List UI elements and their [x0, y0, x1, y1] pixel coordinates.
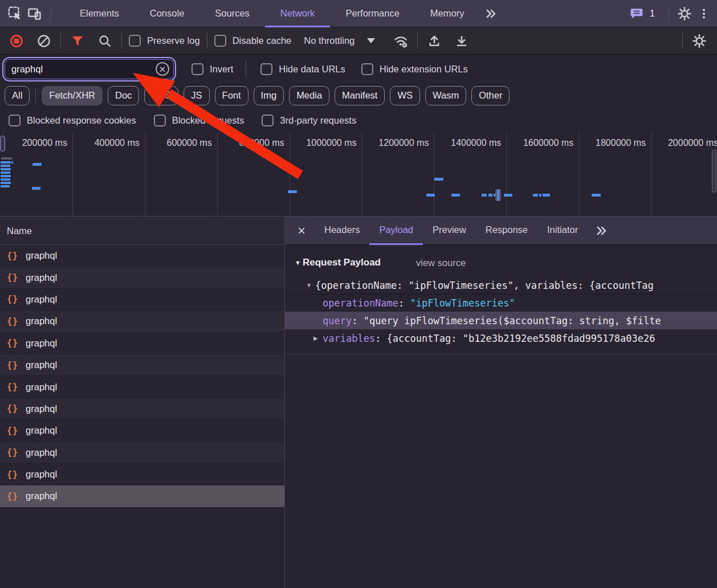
chip-media[interactable]: Media: [289, 86, 329, 105]
payload-row-query[interactable]: query: "query ipFlowTimeseries($accountT…: [285, 312, 717, 329]
network-conditions-icon[interactable]: [391, 31, 410, 51]
detail-tab-response[interactable]: Response: [476, 217, 537, 245]
timeline-overview[interactable]: 200000 ms400000 ms600000 ms800000 ms1000…: [0, 133, 717, 217]
3rd-party-requests-checkbox[interactable]: 3rd-party requests: [262, 115, 356, 126]
filter-row: ✕ Invert Hide data URLs Hide extension U…: [0, 55, 717, 83]
network-toolbar: Preserve log Disable cache No throttling: [0, 27, 717, 55]
network-settings-gear-icon[interactable]: [690, 31, 709, 51]
tick-label: 1000000 ms: [306, 138, 356, 148]
request-name: graphql: [26, 469, 57, 480]
chip-img[interactable]: Img: [254, 86, 284, 105]
throttling-select[interactable]: No throttling: [304, 35, 375, 46]
network-filter-input[interactable]: [5, 59, 174, 79]
request-bar: [288, 190, 297, 193]
divider: [285, 354, 717, 354]
chip-other[interactable]: Other: [471, 86, 510, 105]
request-row[interactable]: {}graphql: [0, 376, 284, 398]
blocked-requests-checkbox[interactable]: Blocked requests: [154, 115, 245, 126]
checkbox[interactable]: [192, 63, 203, 75]
chip-css[interactable]: CSS: [144, 86, 178, 105]
invert-checkbox[interactable]: Invert: [192, 63, 233, 75]
checkbox[interactable]: [214, 35, 226, 47]
request-bar: [1, 185, 10, 187]
inspect-element-icon[interactable]: [6, 4, 25, 23]
payload-row-variables[interactable]: ▶ variables: {accountTag: "b12e3b2192ee5…: [285, 329, 717, 347]
fetch-xhr-icon: {}: [7, 360, 18, 370]
kebab-menu-icon[interactable]: [694, 4, 714, 23]
request-name: graphql: [26, 360, 57, 370]
checkbox[interactable]: [129, 35, 141, 47]
tick-label: 800000 ms: [239, 138, 284, 148]
request-row[interactable]: {}graphql: [0, 311, 284, 332]
collapse-triangle-icon[interactable]: ▼: [295, 259, 303, 266]
clear-filter-icon[interactable]: ✕: [156, 62, 169, 76]
filter-icon[interactable]: [68, 31, 87, 51]
chip-doc[interactable]: Doc: [108, 86, 139, 105]
hide-extension-urls-checkbox[interactable]: Hide extension URLs: [361, 63, 468, 75]
tick-label: 1800000 ms: [596, 138, 646, 148]
record-network-log-icon[interactable]: [7, 31, 26, 51]
request-row[interactable]: {}graphql: [0, 354, 284, 376]
request-row[interactable]: {}graphql: [0, 267, 284, 288]
request-row[interactable]: {}graphql: [0, 245, 284, 267]
tick-label: 200000 ms: [22, 138, 67, 148]
expand-triangle-icon[interactable]: ▶: [313, 335, 323, 341]
more-detail-tabs-icon[interactable]: [592, 221, 612, 240]
name-column-header[interactable]: Name: [0, 217, 284, 245]
detail-tab-headers[interactable]: Headers: [315, 217, 369, 245]
request-row[interactable]: {}graphql: [0, 464, 284, 485]
tab-elements[interactable]: Elements: [64, 0, 135, 27]
payload-row-operation-name[interactable]: operationName: "ipFlowTimeseries": [285, 294, 717, 312]
chip-font[interactable]: Font: [215, 86, 248, 105]
detail-tab-payload[interactable]: Payload: [369, 217, 423, 245]
close-icon[interactable]: ×: [298, 224, 305, 238]
view-source-link[interactable]: view source: [416, 258, 466, 268]
request-name: graphql: [26, 403, 57, 414]
fetch-xhr-icon: {}: [7, 338, 18, 348]
settings-gear-icon[interactable]: [675, 4, 694, 23]
request-bar: [592, 194, 601, 197]
request-row[interactable]: {}graphql: [0, 398, 284, 420]
chip-js[interactable]: JS: [184, 86, 209, 105]
payload-summary-row[interactable]: ▼ {operationName: "ipFlowTimeseries", va…: [285, 276, 717, 294]
import-har-icon[interactable]: [425, 31, 444, 51]
tab-console[interactable]: Console: [135, 0, 200, 27]
tab-sources[interactable]: Sources: [199, 0, 265, 27]
collapse-triangle-icon[interactable]: ▼: [306, 282, 315, 288]
hide-data-urls-checkbox[interactable]: Hide data URLs: [260, 63, 345, 75]
device-toolbar-icon[interactable]: [25, 4, 44, 23]
request-row[interactable]: {}graphql: [0, 289, 284, 311]
detail-tab-preview[interactable]: Preview: [423, 217, 476, 245]
console-messages-icon[interactable]: [627, 4, 646, 23]
request-row[interactable]: {}graphql: [0, 333, 284, 354]
checkbox[interactable]: [260, 63, 272, 75]
request-bar: [451, 194, 460, 197]
tab-network[interactable]: Network: [265, 0, 331, 27]
request-row[interactable]: {}graphql: [0, 485, 284, 507]
blocked-response-cookies-checkbox[interactable]: Blocked response cookies: [9, 115, 136, 126]
request-bar: [504, 194, 512, 197]
checkbox[interactable]: [9, 115, 21, 126]
tab-performance[interactable]: Performance: [330, 0, 414, 27]
chip-wasm[interactable]: Wasm: [425, 86, 466, 105]
checkbox[interactable]: [361, 63, 373, 75]
chip-manifest[interactable]: Manifest: [335, 86, 385, 105]
checkbox[interactable]: [154, 115, 166, 126]
request-row[interactable]: {}graphql: [0, 442, 284, 464]
detail-tab-initiator[interactable]: Initiator: [537, 217, 588, 245]
chip-fetch-xhr[interactable]: Fetch/XHR: [42, 86, 103, 105]
overview-grip-left[interactable]: [0, 136, 5, 152]
chip-all[interactable]: All: [5, 86, 30, 105]
disable-cache-checkbox[interactable]: Disable cache: [214, 35, 292, 47]
checkbox[interactable]: [262, 115, 274, 126]
overview-grip-right[interactable]: [712, 149, 716, 193]
more-tabs-icon[interactable]: [482, 4, 501, 23]
request-details-panel: × HeadersPayloadPreviewResponseInitiator…: [285, 217, 717, 588]
preserve-log-checkbox[interactable]: Preserve log: [129, 35, 200, 47]
request-row[interactable]: {}graphql: [0, 420, 284, 442]
clear-network-log-icon[interactable]: [34, 31, 54, 51]
chip-ws[interactable]: WS: [390, 86, 420, 105]
tab-memory[interactable]: Memory: [415, 0, 480, 27]
export-har-icon[interactable]: [452, 31, 471, 51]
search-icon[interactable]: [95, 31, 115, 51]
